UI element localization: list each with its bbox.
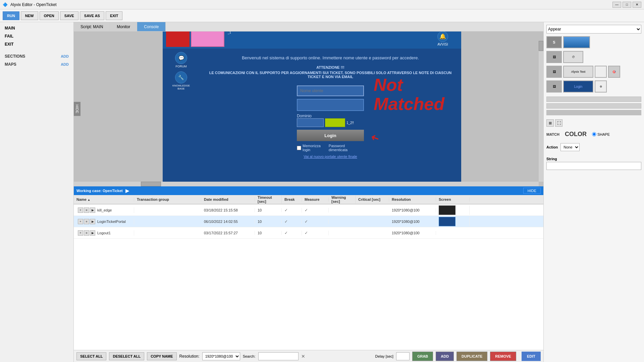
thumbnail-small-1[interactable] [595,66,607,78]
thumbnail-image-1[interactable]: 🖼 [546,51,562,63]
username-input[interactable] [297,85,364,96]
remove-button[interactable]: REMOVE [490,352,516,361]
forum-label: FORUM [176,65,187,68]
th-break[interactable]: Break [282,197,302,201]
appear-select[interactable]: Appear [546,25,641,34]
thumb-s-label: S [553,40,555,44]
thumbnail-clock[interactable]: ⏱ [563,51,583,63]
thumbnail-image-3[interactable]: 🖼 [546,80,562,93]
deselect-all-button[interactable]: DESELECT ALL [109,352,144,360]
add-button[interactable]: ADD [436,352,454,361]
sidebar-item-exit[interactable]: EXIT [3,41,71,48]
thumb-bar-2[interactable] [546,103,641,109]
close-button[interactable]: ✕ [633,2,641,8]
exit-button[interactable]: EXIT [106,11,122,20]
th-warning[interactable]: Warning [sec] [329,195,356,203]
grab-button[interactable]: GRAB [412,352,433,361]
hide-bar-left[interactable]: HIDE [74,102,80,116]
working-case-bar: Working case: OpenTicket ▶ HIDE [74,186,543,195]
shape-radio[interactable]: SHAPE [592,132,610,136]
center-area: Script: MAIN Monitor Console HIDE _1 🔔 [74,22,543,362]
row-action-list[interactable]: ≡ [84,207,89,213]
dominio-input[interactable] [297,118,324,127]
sidebar-item-main[interactable]: MAIN [3,25,71,32]
vai-link[interactable]: Vai al nuovo portale utente finale [297,155,364,159]
app-icon: 🔷 [3,2,8,7]
thumbnail-s[interactable]: S [546,36,562,48]
delay-input[interactable]: 0 [396,352,410,360]
preview-horizontal-scrollbar[interactable] [74,182,539,186]
maximize-button[interactable]: □ [623,2,631,8]
search-input[interactable] [258,352,299,360]
password-input-area[interactable] [297,99,364,111]
edit-button[interactable]: EDIT [522,352,541,361]
screen-thumbnail[interactable] [439,205,455,215]
thumbnail-login[interactable]: Login [563,80,593,93]
th-name[interactable]: Name [74,197,134,201]
row-action-add[interactable]: + [78,219,83,224]
th-critical[interactable]: Critical [sec] [356,197,389,201]
th-date[interactable]: Date modified [201,197,255,201]
login-button[interactable]: Login [297,130,364,141]
clear-search-button[interactable]: ✕ [301,354,305,359]
forum-nav-item[interactable]: 💬 FORUM [175,52,187,68]
password-dimenticata-link[interactable]: Password dimenticata [329,144,364,152]
th-timeout[interactable]: Timeout [sec] [255,195,282,203]
new-button[interactable]: NEW [21,11,38,20]
th-transaction[interactable]: Transaction group [134,197,201,201]
thumbnail-blue-1[interactable] [563,36,590,48]
open-button[interactable]: OPEN [40,11,59,20]
tab-monitor[interactable]: Monitor [110,22,137,31]
row-action-play[interactable]: ▶ [90,219,95,224]
knowledge-base-nav-item[interactable]: 🔧 KNOWLEDGEBASE [172,71,190,90]
avvisi-icon: 🔔 [437,32,448,42]
duplicate-button[interactable]: DUPLICATE [457,352,487,361]
tab-script[interactable]: Script: MAIN [74,22,110,31]
hide-button[interactable]: HIDE [523,188,541,194]
td-date: 06/10/2022 14:02:55 [201,220,255,224]
tab-console[interactable]: Console [137,22,166,31]
row-action-add[interactable]: + [78,230,83,236]
memorizza-checkbox[interactable] [297,146,301,150]
row-action-play[interactable]: ▶ [90,207,95,213]
preview-vertical-scrollbar[interactable] [539,41,543,182]
fullscreen-icon[interactable]: ⛶ [555,119,562,127]
th-measure[interactable]: Measure [302,197,329,201]
thumbnail-small-3[interactable]: ⚙ [595,80,607,93]
action-select[interactable]: None [560,143,580,151]
row-action-list[interactable]: ≡ [84,219,89,224]
minimize-button[interactable]: — [612,2,621,8]
table-row[interactable]: + ≡ ▶ Logout1 03/17/2022 15:57:27 10 ✓ ✓… [74,227,543,239]
thumbnail-text-label[interactable]: Alyvix Text [563,66,593,78]
thumb-bar-3[interactable] [546,110,641,115]
copy-name-button[interactable]: COPY NAME [147,352,176,360]
th-resolution[interactable]: Resolution [389,197,436,201]
sidebar-item-fail[interactable]: FAIL [3,33,71,40]
thumbnail-small-2[interactable]: 🎯 [608,66,620,78]
table-row[interactable]: + ≡ ▶ LoginTicketPortal 06/10/2022 14:02… [74,216,543,227]
maps-add-button[interactable]: ADD [61,62,69,66]
save-button[interactable]: SAVE [60,11,78,20]
save-as-button[interactable]: SAVE AS [80,11,104,20]
run-button[interactable]: RUN [3,11,19,20]
table-row[interactable]: + ≡ ▶ kill_edge 03/18/2022 15:15:58 10 ✓… [74,204,543,216]
screen-thumbnail-blue[interactable] [439,217,455,226]
row-action-list[interactable]: ≡ [84,230,89,236]
working-case-expand[interactable]: ▶ [125,188,129,193]
tabs: Script: MAIN Monitor Console [74,22,543,32]
thumb-bar-1[interactable] [546,97,641,102]
select-all-button[interactable]: SELECT ALL [76,352,106,360]
shape-radio-input[interactable] [592,132,596,136]
td-name: + ≡ ▶ LoginTicketPortal [74,219,134,224]
thumbnail-image-2[interactable]: 🖼 [546,66,562,78]
row-action-play[interactable]: ▶ [90,230,95,236]
string-input[interactable] [546,162,641,170]
portal-main-content: Benvenuti nel sistema di supporto online… [200,49,461,186]
titlebar-controls: — □ ✕ [612,2,641,8]
th-screen[interactable]: Screen [436,197,470,201]
memorizza-label: Memorizza login [303,144,329,152]
resolution-select[interactable]: 644*362@100 [202,352,240,360]
sections-add-button[interactable]: ADD [61,54,69,58]
row-action-add[interactable]: + [78,207,83,213]
grid-icon[interactable]: ⊞ [546,119,554,127]
